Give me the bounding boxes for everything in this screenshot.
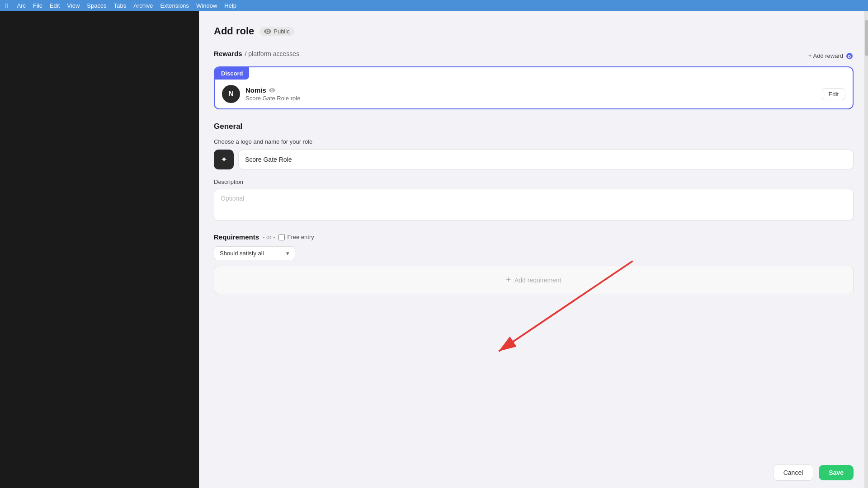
cancel-button[interactable]: Cancel	[773, 465, 814, 481]
menu-arc[interactable]: Arc	[17, 2, 26, 9]
menu-edit[interactable]: Edit	[50, 2, 60, 9]
eye-icon	[264, 29, 271, 34]
modal-content: Add role Public Rewards / platform acces…	[199, 11, 868, 488]
free-entry-checkbox[interactable]	[278, 234, 285, 240]
discord-card-body: N Nomis Score Gate Role role Edit	[215, 80, 853, 108]
logo-name-row: ✦	[214, 150, 854, 169]
left-panel	[0, 11, 199, 488]
menu-window[interactable]: Window	[196, 2, 217, 9]
discord-info: Nomis Score Gate Role role	[245, 86, 816, 102]
logo-button[interactable]: ✦	[214, 150, 234, 169]
menu-help[interactable]: Help	[224, 2, 236, 9]
page-header: Add role Public	[214, 25, 854, 37]
discord-tab-label: Discord	[215, 67, 249, 80]
menu-tabs[interactable]: Tabs	[114, 2, 126, 9]
discord-avatar: N	[222, 85, 240, 103]
public-label: Public	[274, 28, 289, 35]
apple-menu[interactable]: 	[5, 2, 8, 9]
requirements-or: - or -	[263, 234, 275, 240]
role-name-input[interactable]	[238, 150, 854, 169]
requirements-header: Requirements - or - Free entry	[214, 233, 854, 241]
save-button[interactable]: Save	[819, 465, 854, 480]
edit-button[interactable]: Edit	[822, 88, 845, 100]
visibility-icon	[269, 88, 275, 93]
scrollbar[interactable]	[864, 11, 868, 488]
chevron-down-icon: ▾	[286, 250, 289, 257]
menu-view[interactable]: View	[67, 2, 80, 9]
page-title: Add role	[214, 25, 254, 37]
app-container: Add role Public Rewards / platform acces…	[0, 11, 868, 488]
add-reward-button[interactable]: + Add reward D	[808, 52, 854, 59]
discord-server-name: Nomis	[245, 86, 816, 94]
footer: Cancel Save	[199, 457, 868, 488]
add-requirement-label: Add requirement	[514, 277, 561, 284]
add-requirement-button[interactable]: + Add requirement	[214, 266, 854, 294]
discord-icon: D	[845, 53, 854, 59]
rewards-header: Rewards / platform accesses + Add reward…	[214, 50, 854, 62]
plus-icon: +	[506, 275, 511, 285]
description-label: Description	[214, 178, 854, 185]
menu-spaces[interactable]: Spaces	[87, 2, 106, 9]
rewards-title: Rewards / platform accesses	[214, 50, 299, 57]
menu-bar:  Arc File Edit View Spaces Tabs Archive…	[0, 0, 868, 11]
general-section: General Choose a logo and name for your …	[214, 122, 854, 222]
discord-card: Discord × N Nomis Score Gate	[214, 66, 854, 109]
scrollbar-thumb	[865, 20, 868, 56]
discord-description: Score Gate Role role	[245, 95, 816, 102]
description-textarea[interactable]	[214, 189, 854, 221]
menu-extensions[interactable]: Extensions	[160, 2, 189, 9]
logo-name-label: Choose a logo and name for your role	[214, 138, 854, 145]
content-panel: Add role Public Rewards / platform acces…	[199, 11, 868, 488]
menu-archive[interactable]: Archive	[133, 2, 153, 9]
menu-file[interactable]: File	[33, 2, 42, 9]
requirements-title: Requirements	[214, 233, 259, 241]
rewards-section: Rewards / platform accesses + Add reward…	[214, 50, 854, 109]
svg-text:D: D	[848, 54, 851, 59]
free-entry-label: Free entry	[278, 234, 314, 240]
requirements-section: Requirements - or - Free entry Should sa…	[214, 233, 854, 294]
public-badge: Public	[259, 27, 294, 36]
logo-icon: ✦	[221, 155, 227, 164]
satisfy-all-dropdown[interactable]: Should satisfy all ▾	[214, 246, 295, 260]
general-section-title: General	[214, 122, 854, 131]
